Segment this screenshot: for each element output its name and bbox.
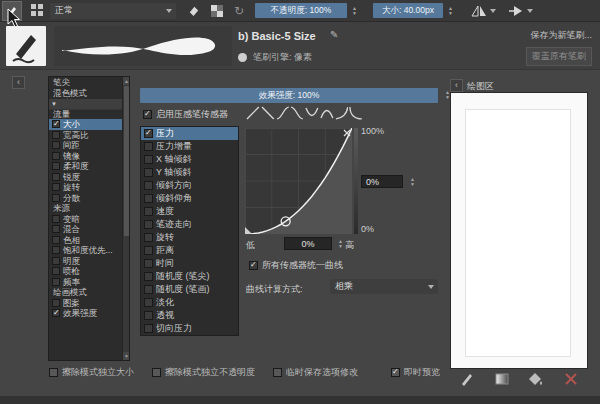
- option-checkbox[interactable]: [52, 225, 60, 233]
- size-slider[interactable]: 大小: 40.00px: [373, 3, 443, 18]
- curve-offset-spin-buttons[interactable]: [336, 237, 345, 251]
- sensor-list-item[interactable]: 随机度 (笔画): [141, 283, 238, 296]
- mirror-options-caret[interactable]: [490, 9, 496, 13]
- option-checkbox[interactable]: [52, 141, 60, 149]
- option-checkbox[interactable]: [52, 257, 60, 265]
- option-checkbox[interactable]: [52, 131, 60, 139]
- options-list-item[interactable]: 绘画模式: [49, 287, 123, 298]
- sensor-checkbox[interactable]: [144, 181, 153, 190]
- gradient-fill-icon[interactable]: [494, 372, 510, 386]
- size-spin-buttons[interactable]: [446, 4, 455, 18]
- sensor-list-item[interactable]: 距离: [141, 244, 238, 257]
- option-checkbox[interactable]: [52, 152, 60, 160]
- preserve-alpha-button[interactable]: [211, 5, 223, 17]
- options-section-header[interactable]: ▼蒙版笔刷: [49, 99, 130, 110]
- curve-preset-s-curve-icon[interactable]: [276, 105, 290, 121]
- footer-option[interactable]: 擦除模式独立不透明度: [149, 366, 255, 379]
- curve-preset-linear-up-icon[interactable]: [246, 105, 260, 121]
- options-list-item[interactable]: 效果强度: [49, 308, 123, 319]
- options-list-item[interactable]: 饱和度优先...: [49, 245, 123, 256]
- options-list-item[interactable]: 镜像: [49, 151, 123, 162]
- collapse-scratchpad-button[interactable]: ‹: [450, 79, 463, 92]
- sensor-checkbox[interactable]: [144, 259, 153, 268]
- share-curve-option[interactable]: 所有传感器统一曲线: [246, 259, 343, 272]
- enable-pen-settings[interactable]: 启用压感笔传感器: [140, 108, 228, 121]
- sensor-checkbox[interactable]: [144, 324, 153, 333]
- curve-preset-ease-out-icon[interactable]: [349, 105, 363, 121]
- fill-background-icon[interactable]: [528, 372, 544, 386]
- wrap-options-caret[interactable]: [527, 9, 533, 13]
- option-checkbox[interactable]: [52, 267, 60, 275]
- footer-option[interactable]: 即时预览: [388, 366, 440, 379]
- eraser-mode-button[interactable]: [187, 4, 200, 17]
- curve-calc-dropdown[interactable]: 相乘: [330, 279, 438, 294]
- options-list-item[interactable]: 间距: [49, 140, 123, 151]
- options-list-item[interactable]: 柔和度: [49, 161, 123, 172]
- footer-checkbox[interactable]: [391, 368, 400, 377]
- options-list-item[interactable]: 色相: [49, 235, 123, 246]
- option-checkbox[interactable]: [52, 162, 60, 170]
- sensor-list-item[interactable]: 旋转: [141, 231, 238, 244]
- sensor-list-item[interactable]: 透视: [141, 309, 238, 322]
- option-checkbox[interactable]: [52, 278, 60, 286]
- paint-brush-icon[interactable]: [459, 372, 475, 386]
- options-list-item[interactable]: 变暗: [49, 214, 123, 225]
- curve-preset-ease-in-icon[interactable]: [335, 105, 349, 121]
- sensor-checkbox[interactable]: [144, 246, 153, 255]
- sensor-list-item[interactable]: 倾斜仰角: [141, 192, 238, 205]
- sensor-list-item[interactable]: 压力增量: [141, 140, 238, 153]
- brush-options-list[interactable]: ▼常规笔尖混色模式不透明度流量大小宽高比间距镜像柔和度锐度旋转分散▼颜色来源变暗…: [48, 76, 130, 361]
- option-checkbox[interactable]: [52, 236, 60, 244]
- option-checkbox[interactable]: [52, 173, 60, 181]
- options-list-item[interactable]: 喷枪: [49, 266, 123, 277]
- footer-checkbox[interactable]: [273, 368, 282, 377]
- preset-docker-icon[interactable]: [31, 2, 43, 20]
- options-list-item[interactable]: 来源: [49, 203, 123, 214]
- sensor-list-item[interactable]: 压力: [141, 127, 238, 140]
- options-list-item[interactable]: 频率: [49, 277, 123, 288]
- curve-side-value-input[interactable]: 0%: [361, 175, 403, 188]
- options-list-item[interactable]: 混色模式: [49, 88, 123, 99]
- footer-option[interactable]: 临时保存选项修改: [270, 366, 358, 379]
- share-curve-checkbox[interactable]: [249, 261, 258, 270]
- sensor-checkbox[interactable]: [144, 207, 153, 216]
- scroll-down-icon[interactable]: ▼: [123, 352, 130, 360]
- reload-preset-button[interactable]: ↻: [234, 4, 244, 18]
- sensor-list-item[interactable]: X 轴倾斜: [141, 153, 238, 166]
- curve-preset-s-curve-flipped-icon[interactable]: [290, 105, 304, 121]
- rename-preset-icon[interactable]: ✎: [330, 29, 338, 40]
- sensor-list-item[interactable]: 随机度 (笔尖): [141, 270, 238, 283]
- blending-mode-dropdown[interactable]: 正常: [50, 3, 176, 19]
- curve-offset-input[interactable]: 0%: [284, 237, 332, 250]
- option-checkbox[interactable]: [52, 194, 60, 202]
- curve-preset-arch-icon[interactable]: [320, 105, 334, 121]
- options-list-item[interactable]: 宽高比: [49, 130, 123, 141]
- sensor-checkbox[interactable]: [144, 168, 153, 177]
- sensor-checkbox[interactable]: [144, 220, 153, 229]
- enable-pen-checkbox[interactable]: [143, 110, 152, 119]
- reset-scratchpad-icon[interactable]: [563, 372, 579, 386]
- sensor-checkbox[interactable]: [144, 285, 153, 294]
- mirror-horizontal-button[interactable]: [471, 5, 487, 17]
- sensor-list-item[interactable]: 切向压力: [141, 322, 238, 335]
- scrollbar-thumb[interactable]: [124, 86, 129, 236]
- footer-option[interactable]: 擦除模式独立大小: [46, 366, 134, 379]
- sensor-checkbox[interactable]: [144, 233, 153, 242]
- sensor-list-item[interactable]: 倾斜方向: [141, 179, 238, 192]
- sensor-checkbox[interactable]: [144, 142, 153, 151]
- curve-preset-linear-down-icon[interactable]: [261, 105, 275, 121]
- options-list-item[interactable]: 分散: [49, 193, 123, 204]
- sensor-checkbox[interactable]: [144, 311, 153, 320]
- opacity-spin-buttons[interactable]: [350, 4, 359, 18]
- options-list-item[interactable]: 图案: [49, 298, 123, 309]
- sensor-list-item[interactable]: 时间: [141, 257, 238, 270]
- sensor-list-item[interactable]: 笔迹走向: [141, 218, 238, 231]
- options-list-item[interactable]: 流量: [49, 109, 123, 120]
- options-list-item[interactable]: 锐度: [49, 172, 123, 183]
- curve-preset-u-shape-icon[interactable]: [305, 105, 319, 121]
- sensor-checkbox[interactable]: [144, 129, 153, 138]
- wrap-around-button[interactable]: [508, 5, 524, 17]
- sensor-list-item[interactable]: Y 轴倾斜: [141, 166, 238, 179]
- option-checkbox[interactable]: [52, 183, 60, 191]
- save-new-preset-button[interactable]: 保存为新笔刷...: [530, 29, 592, 42]
